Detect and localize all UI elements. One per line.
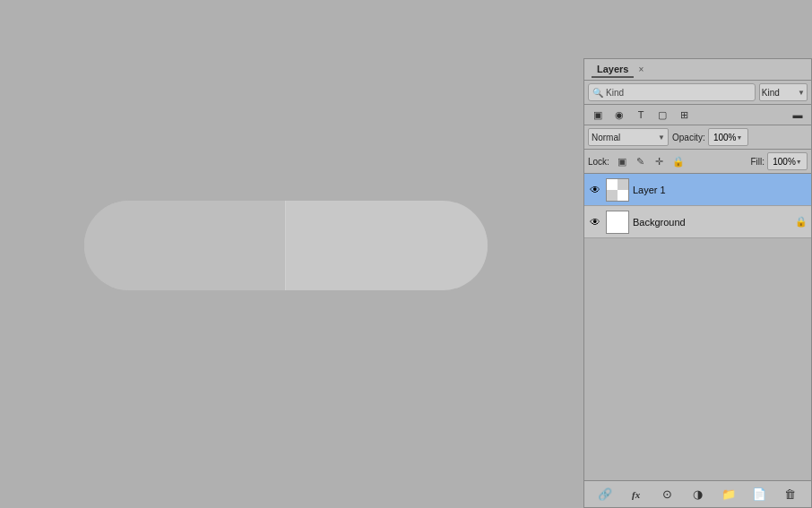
chevron-down-icon: ▼: [796, 159, 802, 165]
visibility-icon-layer1[interactable]: 👁: [588, 183, 602, 197]
canvas-area: [0, 0, 581, 508]
layers-panel: Layers × 🔍 Kind Kind ▼ ▣ ◉ T ▢ ⊞ ▬ Norma…: [583, 58, 812, 508]
canvas-content: [66, 165, 514, 344]
checker-cell: [607, 179, 618, 190]
chevron-down-icon: ▼: [658, 133, 665, 142]
checker-cell: [618, 190, 628, 201]
adjustment-icon[interactable]: ◑: [688, 486, 706, 504]
filter-smartobj-icon[interactable]: ⊞: [676, 107, 692, 123]
search-box[interactable]: 🔍 Kind: [588, 83, 756, 101]
pill-shape: [84, 201, 488, 290]
layer-item-background[interactable]: 👁 Background 🔒: [584, 206, 811, 238]
filter-adjustment-icon[interactable]: ◉: [611, 107, 627, 123]
checker-cell: [618, 179, 628, 190]
lock-icons: ▣ ✎ ✛ 🔒: [615, 154, 746, 168]
fill-value: 100%: [773, 157, 796, 167]
layer-thumb-background: [606, 211, 629, 234]
fill-label: Fill:: [750, 157, 764, 167]
opacity-value: 100%: [713, 133, 737, 142]
kind-dropdown[interactable]: Kind ▼: [759, 83, 808, 101]
new-layer-icon[interactable]: 📄: [750, 486, 768, 504]
opacity-label: Opacity:: [672, 133, 705, 142]
kind-label: Kind: [762, 88, 780, 98]
blend-row: Normal ▼ Opacity: 100% ▼: [584, 125, 811, 150]
close-icon[interactable]: ×: [635, 65, 646, 75]
filter-toggle-icon[interactable]: ▬: [790, 107, 806, 123]
mask-icon[interactable]: ⊙: [658, 486, 676, 504]
delete-layer-icon[interactable]: 🗑: [782, 486, 799, 504]
layer-name-background: Background: [633, 217, 791, 228]
layer-thumb-layer1: [606, 178, 629, 202]
layers-list: 👁 Layer 1 👁 Background 🔒: [584, 174, 811, 480]
layer-lock-icon: 🔒: [795, 216, 808, 228]
search-row: 🔍 Kind Kind ▼: [588, 83, 808, 101]
lock-all-icon[interactable]: 🔒: [671, 154, 686, 168]
visibility-icon-background[interactable]: 👁: [588, 215, 602, 229]
group-icon[interactable]: 📁: [720, 486, 738, 504]
fill-row: Fill: 100% ▼: [750, 152, 808, 170]
filter-type-icon[interactable]: T: [633, 107, 649, 123]
fill-input[interactable]: 100% ▼: [767, 152, 808, 170]
opacity-row: Opacity: 100% ▼: [672, 128, 808, 146]
layer-item-layer1[interactable]: 👁 Layer 1: [584, 174, 811, 206]
pill-left: [84, 201, 286, 290]
panel-tab-bar: Layers ×: [584, 59, 811, 81]
blend-mode-dropdown[interactable]: Normal ▼: [588, 128, 669, 146]
panel-footer: 🔗 fx ⊙ ◑ 📁 📄 🗑: [584, 480, 811, 507]
pill-right: [286, 201, 488, 290]
lock-label: Lock:: [588, 157, 609, 167]
search-icon: 🔍: [592, 88, 603, 98]
link-layers-icon[interactable]: 🔗: [596, 486, 614, 504]
layer-name-layer1: Layer 1: [633, 185, 808, 195]
checker-cell: [607, 190, 618, 201]
tab-layers[interactable]: Layers: [592, 62, 634, 78]
lock-row: Lock: ▣ ✎ ✛ 🔒 Fill: 100% ▼: [584, 150, 811, 174]
filter-shape-icon[interactable]: ▢: [654, 107, 670, 123]
blend-mode-label: Normal: [592, 133, 620, 142]
lock-position-icon[interactable]: ✎: [634, 154, 648, 168]
chevron-down-icon: ▼: [737, 134, 743, 141]
panel-toolbar: 🔍 Kind Kind ▼: [584, 81, 811, 105]
lock-pixels-icon[interactable]: ▣: [615, 154, 629, 168]
lock-transform-icon[interactable]: ✛: [652, 154, 667, 168]
opacity-input[interactable]: 100% ▼: [708, 128, 748, 146]
fx-icon[interactable]: fx: [627, 486, 645, 504]
filter-pixel-icon[interactable]: ▣: [590, 107, 606, 123]
chevron-down-icon: ▼: [798, 89, 805, 97]
search-label: Kind: [606, 88, 751, 98]
layer-filter-row: ▣ ◉ T ▢ ⊞ ▬: [584, 105, 811, 125]
